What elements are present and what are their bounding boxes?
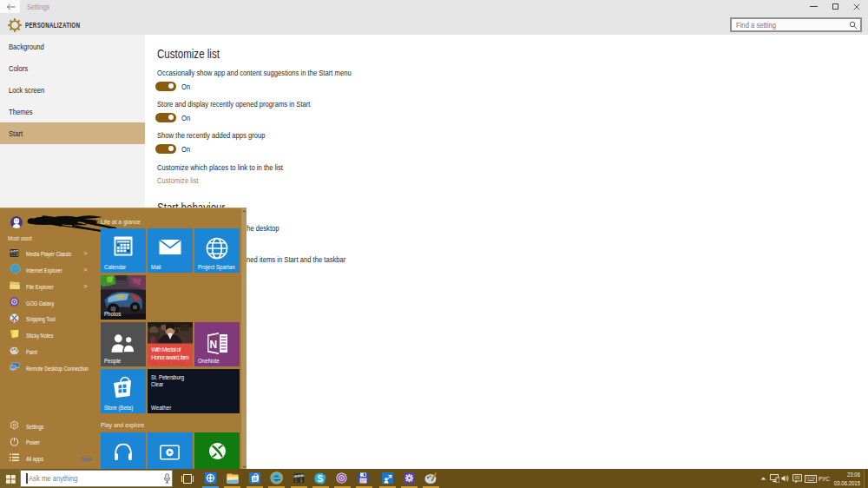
svg-text:S: S bbox=[317, 474, 323, 484]
svg-text:1: 1 bbox=[300, 478, 303, 483]
svg-text:Honor award, fam: Honor award, fam bbox=[151, 354, 189, 360]
svg-text:ily and frien: ily and frien bbox=[151, 361, 186, 366]
svg-text::: : bbox=[298, 478, 299, 483]
svg-text:N: N bbox=[209, 339, 217, 351]
svg-text:With Medal of: With Medal of bbox=[151, 346, 181, 353]
